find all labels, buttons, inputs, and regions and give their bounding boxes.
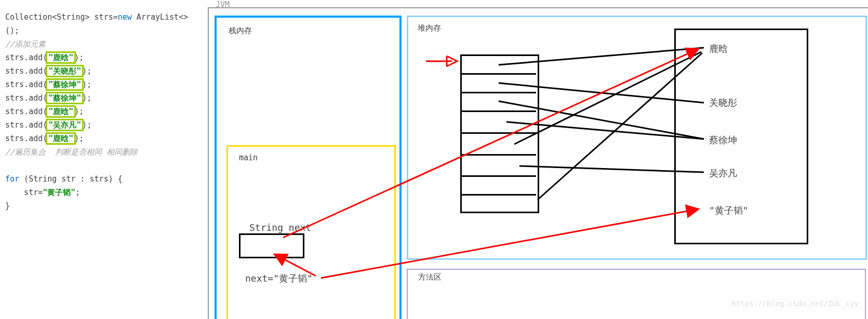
code-block: Collection<String> strs=new ArrayList<> … xyxy=(5,10,203,213)
string-literal: "关晓彤" xyxy=(47,66,82,76)
string-literal: "蔡徐坤" xyxy=(47,80,82,89)
code-text: ; xyxy=(75,188,80,197)
array-slot-divider xyxy=(460,175,536,177)
comment: //遍历集合 判断是否相同 相同删除 xyxy=(5,147,138,157)
code-text: strs.add( xyxy=(5,53,47,62)
string-literal: "蔡徐坤" xyxy=(47,93,82,103)
watermark: https://blog.csdn.net/ZGL_cyy xyxy=(732,299,859,308)
code-text: ); xyxy=(74,107,84,116)
string-literal: "鹿晗" xyxy=(47,53,74,62)
code-text: ); xyxy=(82,93,91,103)
object-caixukun: 蔡徐坤 xyxy=(709,134,737,146)
keyword-for: for xyxy=(5,174,19,184)
arraylist-array-box xyxy=(460,54,539,213)
code-text: } xyxy=(5,201,10,211)
array-slot-divider xyxy=(460,194,536,196)
code-text: strs.add( xyxy=(5,93,47,103)
object-huangzitao: "黄子韬" xyxy=(709,204,749,217)
string-literal: "鹿晗" xyxy=(47,107,74,116)
method-area-box xyxy=(407,269,866,319)
array-slot-divider xyxy=(460,73,536,75)
heap-label: 堆内存 xyxy=(418,23,441,33)
code-text: str= xyxy=(5,188,43,197)
keyword-new: new xyxy=(118,12,132,22)
code-text: (); xyxy=(5,26,19,35)
string-literal: "黄子韬" xyxy=(43,188,75,197)
code-text: strs.add( xyxy=(5,80,47,89)
stack-label: 栈内存 xyxy=(229,26,252,36)
code-text: strs.add( xyxy=(5,66,47,76)
code-text: ); xyxy=(74,134,84,143)
diagram-root: Collection<String> strs=new ArrayList<> … xyxy=(0,0,868,319)
code-text: Collection<String> strs= xyxy=(5,12,118,22)
string-next-box xyxy=(239,233,304,258)
object-guanxiaotong: 关晓彤 xyxy=(709,96,737,109)
code-text: strs.add( xyxy=(5,120,47,130)
code-text: ); xyxy=(82,120,91,130)
comment: //添加元素 xyxy=(5,39,46,49)
main-label: main xyxy=(239,153,258,162)
code-text: ); xyxy=(74,53,84,62)
code-text: strs.add( xyxy=(5,107,47,116)
array-slot-divider xyxy=(460,132,536,134)
string-next-label: String next xyxy=(249,222,311,233)
code-text: ); xyxy=(82,66,91,76)
code-text: (String str : strs) { xyxy=(19,174,123,184)
array-slot-divider xyxy=(460,92,536,93)
string-literal: "吴亦凡" xyxy=(47,120,82,130)
object-wuyifan: 吴亦凡 xyxy=(709,167,737,179)
method-area-label: 方法区 xyxy=(418,272,442,282)
code-text: ArrayList<> xyxy=(132,12,188,22)
object-luhan: 鹿晗 xyxy=(709,43,728,55)
code-text: strs.add( xyxy=(5,134,47,143)
array-slot-divider xyxy=(460,154,536,156)
string-literal: "鹿晗" xyxy=(47,134,74,143)
next-assign-label: next="黄子韬" xyxy=(245,272,313,285)
array-slot-divider xyxy=(460,110,536,112)
code-text: ); xyxy=(82,80,91,89)
